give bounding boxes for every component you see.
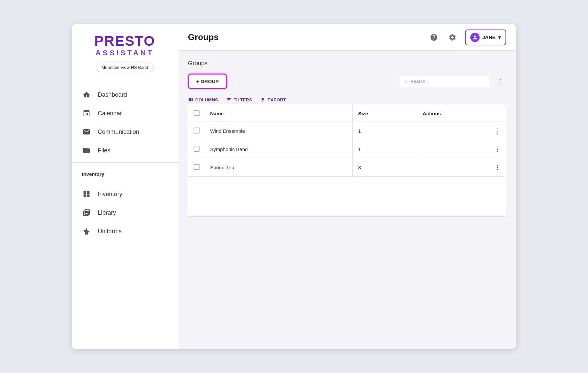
home-icon xyxy=(82,90,91,99)
sidebar-item-dashboard[interactable]: Dashboard xyxy=(72,85,178,104)
export-button[interactable]: EXPORT xyxy=(260,97,286,102)
logo-area: PRESTO ASSISTANT Mountain View HS Band xyxy=(72,34,178,79)
row-more-button-1[interactable]: ⋮ xyxy=(423,145,500,153)
app-sub: ASSISTANT xyxy=(95,49,154,57)
actions-column-header: Actions xyxy=(417,105,506,122)
columns-button[interactable]: COLUMNS xyxy=(188,97,218,102)
user-menu-button[interactable]: JANE ▾ xyxy=(465,29,506,45)
org-badge[interactable]: Mountain View HS Band xyxy=(96,63,154,72)
inventory-nav: Inventory Library Uniforms xyxy=(72,185,178,240)
sidebar-item-files[interactable]: Files xyxy=(72,141,178,160)
search-input[interactable] xyxy=(411,79,486,84)
app-container: PRESTO ASSISTANT Mountain View HS Band D… xyxy=(72,24,516,349)
sidebar-item-label: Inventory xyxy=(98,191,122,198)
export-icon xyxy=(260,97,265,102)
search-box xyxy=(398,76,491,87)
sidebar-item-label: Files xyxy=(98,147,110,154)
chevron-down-icon: ▾ xyxy=(498,34,501,40)
toolbar: + GROUP ⋮ xyxy=(188,74,506,89)
row-more-button-0[interactable]: ⋮ xyxy=(423,127,500,134)
table-body: Wind Ensemble 1 ⋮ Symphonic Band 1 ⋮ Spr… xyxy=(188,122,506,216)
help-button[interactable] xyxy=(428,31,440,43)
row-name-2: Spring Trip xyxy=(205,158,352,177)
sidebar-item-label: Library xyxy=(98,209,116,216)
library-icon xyxy=(82,208,91,217)
name-column-header: Name xyxy=(205,105,352,122)
row-actions-2: ⋮ xyxy=(417,158,506,177)
sidebar: PRESTO ASSISTANT Mountain View HS Band D… xyxy=(72,24,178,349)
sidebar-item-calendar[interactable]: Calendar xyxy=(72,104,178,123)
search-icon xyxy=(403,79,408,84)
toolbar-left: + GROUP xyxy=(188,74,227,89)
sidebar-item-label: Dashboard xyxy=(98,91,127,98)
table-row: Wind Ensemble 1 ⋮ xyxy=(188,122,506,140)
table-row: Spring Trip 8 ⋮ xyxy=(188,158,506,177)
settings-button[interactable] xyxy=(446,31,458,43)
sidebar-item-label: Uniforms xyxy=(98,228,122,235)
sub-toolbar: COLUMNS FILTERS EXPORT xyxy=(188,94,506,105)
folder-icon xyxy=(82,146,91,155)
filter-icon xyxy=(226,97,231,102)
row-name-1: Symphonic Band xyxy=(205,140,352,158)
filters-button[interactable]: FILTERS xyxy=(226,97,252,102)
row-checkbox-cell-1 xyxy=(188,140,205,158)
row-checkbox-0[interactable] xyxy=(194,128,200,133)
table: Name Size Actions xyxy=(188,105,506,216)
app-logo: PRESTO xyxy=(94,34,155,48)
row-size-2: 8 xyxy=(352,158,417,177)
top-bar-actions: JANE ▾ xyxy=(428,29,506,45)
select-all-header xyxy=(188,105,205,122)
select-all-checkbox[interactable] xyxy=(194,110,200,116)
sidebar-item-uniforms[interactable]: Uniforms xyxy=(72,222,178,240)
row-checkbox-1[interactable] xyxy=(194,146,200,152)
table-row: Symphonic Band 1 ⋮ xyxy=(188,140,506,158)
empty-row xyxy=(188,177,506,216)
main-nav: Dashboard Calendar Communication xyxy=(72,85,178,160)
content-breadcrumb: Groups xyxy=(188,60,506,67)
user-avatar xyxy=(470,33,480,42)
columns-icon xyxy=(188,97,193,102)
row-size-1: 1 xyxy=(352,140,417,158)
row-more-button-2[interactable]: ⋮ xyxy=(423,164,500,171)
main-content: Groups xyxy=(178,24,516,349)
row-actions-0: ⋮ xyxy=(417,122,506,140)
sidebar-item-label: Calendar xyxy=(98,110,122,117)
groups-table: Name Size Actions xyxy=(188,105,506,217)
size-column-header: Size xyxy=(352,105,417,122)
sidebar-item-library[interactable]: Library xyxy=(72,203,178,222)
page-title: Groups xyxy=(188,32,218,42)
sidebar-item-label: Communication xyxy=(98,129,139,135)
row-checkbox-cell-0 xyxy=(188,122,205,140)
sidebar-divider xyxy=(72,162,178,163)
add-group-button[interactable]: + GROUP xyxy=(188,74,227,89)
row-actions-1: ⋮ xyxy=(417,140,506,158)
row-size-0: 1 xyxy=(352,122,417,140)
row-name-0: Wind Ensemble xyxy=(205,122,352,140)
mail-icon xyxy=(82,127,91,136)
sidebar-item-inventory[interactable]: Inventory xyxy=(72,185,178,203)
uniform-icon xyxy=(82,227,91,236)
table-header-row: Name Size Actions xyxy=(188,105,506,122)
user-name: JANE xyxy=(482,34,496,40)
inventory-section-label: Inventory xyxy=(72,165,178,178)
grid-icon xyxy=(82,189,91,199)
more-options-button[interactable]: ⋮ xyxy=(494,76,506,87)
toolbar-right: ⋮ xyxy=(398,76,506,87)
calendar-icon xyxy=(82,109,91,118)
sidebar-item-communication[interactable]: Communication xyxy=(72,123,178,141)
content-area: Groups + GROUP ⋮ xyxy=(178,51,516,349)
row-checkbox-cell-2 xyxy=(188,158,205,177)
top-bar: Groups xyxy=(178,24,516,51)
row-checkbox-2[interactable] xyxy=(194,164,200,170)
